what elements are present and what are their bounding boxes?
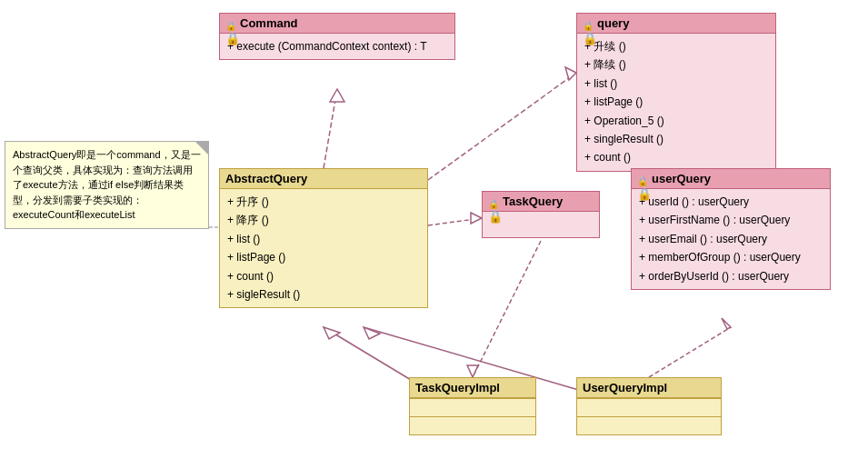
command-title: Command [240, 16, 298, 30]
taskqueryimpl-section-1 [410, 398, 535, 416]
query-lock-icon: 🔒 [583, 18, 594, 29]
svg-marker-15 [364, 327, 380, 339]
taskqueryimpl-section-2 [410, 416, 535, 434]
abstractquery-title-bar: AbstractQuery [220, 169, 427, 189]
svg-marker-13 [722, 318, 731, 329]
diagram-canvas: AbstractQuery即是一个command，又是一个查询父类，具体实现为：… [0, 0, 868, 459]
userquery-method-1: + userId () : userQuery [639, 193, 823, 211]
svg-marker-1 [330, 89, 344, 102]
abstractquery-method-3: + list () [227, 230, 420, 248]
svg-marker-3 [565, 67, 576, 80]
query-method-2: + 降续 () [584, 55, 768, 74]
query-method-7: + count () [584, 148, 768, 166]
command-body: + execute (CommandContext context) : T [220, 34, 454, 59]
userqueryimpl-section-1 [577, 398, 721, 416]
abstractquery-method-4: + listPage () [227, 248, 420, 266]
userquery-class-box: 🔒 userQuery + userId () : userQuery + us… [631, 168, 831, 290]
abstractquery-title: AbstractQuery [225, 172, 307, 185]
userqueryimpl-title-bar: UserQueryImpl [577, 378, 721, 398]
svg-line-8 [473, 241, 541, 377]
query-title: query [597, 16, 629, 30]
query-method-1: + 升续 () [584, 37, 768, 55]
svg-marker-11 [324, 327, 340, 339]
svg-marker-9 [467, 365, 478, 377]
command-title-bar: 🔒 Command [220, 14, 454, 34]
abstractquery-method-2: + 降序 () [227, 211, 420, 229]
command-lock-icon: 🔒 [225, 18, 236, 29]
svg-marker-7 [471, 213, 482, 224]
userquery-lock-icon: 🔒 [637, 174, 648, 185]
query-method-5: + Operation_5 () [584, 112, 768, 130]
command-method-1: + execute (CommandContext context) : T [227, 37, 447, 55]
svg-line-2 [428, 73, 576, 180]
taskqueryimpl-class-box: TaskQueryImpl [409, 377, 536, 435]
userquery-title: userQuery [652, 172, 711, 185]
userquery-body: + userId () : userQuery + userFirstName … [632, 189, 830, 289]
abstractquery-class-box: AbstractQuery + 升序 () + 降序 () + list () … [219, 168, 428, 308]
taskqueryimpl-title: TaskQueryImpl [415, 381, 500, 394]
userquery-title-bar: 🔒 userQuery [632, 169, 830, 189]
note-text: AbstractQuery即是一个command，又是一个查询父类，具体实现为：… [13, 149, 201, 220]
query-method-6: + singleResult () [584, 130, 768, 148]
abstractquery-method-6: + sigleResult () [227, 285, 420, 304]
taskquery-lock-icon: 🔒 [488, 196, 499, 207]
command-class-box: 🔒 Command + execute (CommandContext cont… [219, 13, 455, 60]
query-method-3: + list () [584, 75, 768, 93]
taskqueryimpl-title-bar: TaskQueryImpl [410, 378, 535, 398]
taskquery-class-box: 🔒 TaskQuery [482, 191, 600, 238]
userquery-method-4: + memberOfGroup () : userQuery [639, 248, 823, 266]
userquery-method-3: + userEmail () : userQuery [639, 230, 823, 248]
abstractquery-method-1: + 升序 () [227, 193, 420, 211]
svg-line-0 [324, 89, 337, 168]
note-box: AbstractQuery即是一个command，又是一个查询父类，具体实现为：… [5, 141, 209, 229]
query-class-box: 🔒 query + 升续 () + 降续 () + list () + list… [576, 13, 776, 172]
taskquery-title: TaskQuery [503, 195, 563, 208]
query-title-bar: 🔒 query [577, 14, 775, 34]
userqueryimpl-section-2 [577, 416, 721, 434]
svg-line-12 [649, 327, 731, 377]
userqueryimpl-class-box: UserQueryImpl [576, 377, 722, 435]
userquery-method-5: + orderByUserId () : userQuery [639, 267, 823, 285]
userquery-method-2: + userFirstName () : userQuery [639, 211, 823, 229]
taskquery-title-bar: 🔒 TaskQuery [483, 192, 599, 212]
query-body: + 升续 () + 降续 () + list () + listPage () … [577, 34, 775, 171]
abstractquery-body: + 升序 () + 降序 () + list () + listPage () … [220, 189, 427, 307]
userqueryimpl-title: UserQueryImpl [583, 381, 667, 394]
abstractquery-method-5: + count () [227, 267, 420, 285]
query-method-4: + listPage () [584, 93, 768, 111]
svg-line-6 [428, 218, 482, 225]
